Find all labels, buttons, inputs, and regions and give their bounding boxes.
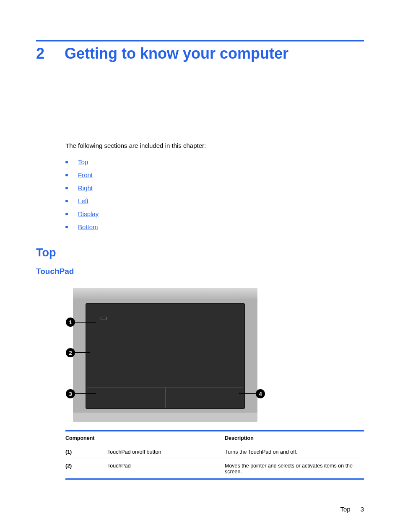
- chapter-number: 2: [36, 45, 44, 62]
- callout-badge: 3: [66, 389, 75, 398]
- table-row: (1) TouchPad on/off button Turns the Tou…: [65, 445, 364, 459]
- list-item: Left: [65, 197, 364, 204]
- callout-badge: 4: [256, 389, 265, 398]
- footer-page-number: 3: [361, 506, 364, 513]
- table-header-description: Description: [225, 431, 364, 445]
- link-bottom[interactable]: Bottom: [78, 223, 98, 230]
- touchpad-indicator-light: [101, 317, 106, 320]
- subsection-heading-touchpad: TouchPad: [36, 267, 364, 276]
- list-item: Display: [65, 210, 364, 217]
- callout-leader: [75, 322, 96, 323]
- cell-ref: (1): [65, 445, 107, 459]
- cell-description: Moves the pointer and selects or activat…: [225, 459, 364, 479]
- intro-text: The following sections are included in t…: [65, 142, 364, 149]
- touchpad-bezel: [73, 288, 257, 422]
- touchpad-figure: 1 2 3 4: [73, 288, 257, 422]
- table-row: (2) TouchPad Moves the pointer and selec…: [65, 459, 364, 479]
- footer-section: Top: [340, 506, 350, 513]
- callout-3: 3: [66, 389, 96, 398]
- section-heading-top: Top: [36, 246, 364, 259]
- component-table: Component Description (1) TouchPad on/of…: [65, 430, 364, 480]
- link-front[interactable]: Front: [78, 171, 93, 178]
- callout-4: 4: [239, 389, 265, 398]
- cell-ref: (2): [65, 459, 107, 479]
- link-right[interactable]: Right: [78, 184, 93, 191]
- bezel-top-strip: [73, 288, 257, 299]
- chapter-header: 2 Getting to know your computer: [36, 45, 364, 62]
- list-item: Front: [65, 171, 364, 178]
- list-item: Right: [65, 184, 364, 191]
- callout-2: 2: [66, 348, 90, 357]
- list-item: Bottom: [65, 223, 364, 230]
- link-top[interactable]: Top: [78, 158, 88, 165]
- horizontal-rule: [36, 40, 364, 41]
- cell-description: Turns the TouchPad on and off.: [225, 445, 364, 459]
- touchpad-surface: [86, 303, 245, 409]
- callout-leader: [75, 352, 90, 353]
- table-header-component: Component: [65, 431, 225, 445]
- list-item: Top: [65, 158, 364, 165]
- touchpad-button-divider-v: [165, 387, 166, 408]
- section-list: Top Front Right Left Display Bottom: [65, 158, 364, 230]
- chapter-title: Getting to know your computer: [65, 45, 288, 62]
- link-left[interactable]: Left: [78, 197, 88, 204]
- callout-leader: [75, 393, 96, 394]
- page-footer: Top 3: [340, 506, 364, 513]
- callout-leader: [239, 393, 256, 394]
- callout-badge: 1: [66, 318, 75, 327]
- cell-component: TouchPad on/off button: [107, 445, 225, 459]
- link-display[interactable]: Display: [78, 210, 99, 217]
- cell-component: TouchPad: [107, 459, 225, 479]
- callout-badge: 2: [66, 348, 75, 357]
- callout-1: 1: [66, 318, 96, 327]
